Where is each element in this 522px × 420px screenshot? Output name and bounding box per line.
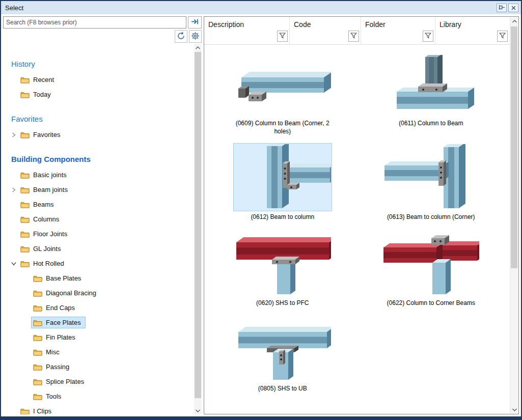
tree-item-body[interactable]: Splice Plates (31, 376, 89, 387)
tree-item-body[interactable]: I Clips (18, 405, 56, 414)
beam-to-column-thumbnail[interactable] (234, 144, 332, 211)
component-item-0612[interactable]: (0612) Beam to column (234, 144, 332, 221)
tree-item-passing[interactable]: Passing (22, 359, 194, 374)
scroll-up-button[interactable] (510, 17, 518, 25)
tree-item-today[interactable]: Today (9, 87, 194, 102)
column-header-folder[interactable]: Folder (361, 17, 435, 31)
beam-to-column-corner-thumbnail[interactable] (382, 144, 480, 211)
folder-icon (33, 349, 42, 356)
search-go-button[interactable] (188, 16, 202, 29)
results-scrollbar[interactable] (510, 17, 518, 413)
tree-item-body[interactable]: End Caps (31, 302, 79, 314)
tree-item-body[interactable]: Today (18, 89, 56, 100)
component-item-0611[interactable]: (0611) Column to Beam (382, 50, 480, 135)
tree-item-tools[interactable]: Tools (22, 389, 194, 404)
refresh-button[interactable] (175, 30, 187, 43)
component-item-0613[interactable]: (0613) Beam to column (Corner) (382, 144, 480, 221)
corner-beams-thumbnail[interactable] (382, 230, 480, 297)
tree-item-hot-rolled[interactable]: Hot Rolled (9, 256, 194, 271)
tree-item-body[interactable]: Fin Plates (31, 331, 80, 343)
tree-item-beam-joints[interactable]: Beam joints (9, 182, 194, 197)
tree-item-favorites[interactable]: Favorites (9, 127, 194, 142)
component-item-0609[interactable]: (0609) Column to Beam (Corner, 2 holes) (232, 50, 333, 135)
tree-item-body[interactable]: Recent (18, 74, 59, 86)
column-folder: Folder (361, 17, 435, 44)
tree-item-basic-joints[interactable]: Basic joints (9, 167, 194, 182)
column-header-code[interactable]: Code (290, 17, 361, 31)
tree-item-body[interactable]: Floor Joints (18, 228, 72, 240)
filter-button-description[interactable] (277, 31, 288, 42)
tree-item-gl-joints[interactable]: GL Joints (9, 241, 194, 256)
column-description: Description (204, 17, 290, 44)
filter-row-folder (361, 31, 435, 44)
tree-item-columns[interactable]: Columns (9, 212, 194, 227)
component-item-0620[interactable]: (0620) SHS to PFC (234, 230, 332, 307)
component-item-0622[interactable]: (0622) Column to Corner Beams (382, 230, 480, 307)
scroll-thumb[interactable] (195, 52, 201, 398)
close-button[interactable] (508, 4, 518, 12)
tree-item-splice-plates[interactable]: Splice Plates (22, 374, 194, 389)
chevron-right-icon[interactable] (9, 187, 18, 192)
column-to-beam-thumbnail[interactable] (382, 50, 480, 117)
tree-item-body[interactable]: Diagonal Bracing (31, 287, 101, 299)
chevron-right-icon[interactable] (9, 132, 18, 137)
folder-icon (20, 245, 30, 253)
tree-item-fin-plates[interactable]: Fin Plates (22, 330, 194, 345)
tree-item-label: I Clips (33, 407, 51, 414)
tree-item-end-caps[interactable]: End Caps (22, 300, 194, 315)
tree-item-floor-joints[interactable]: Floor Joints (9, 227, 194, 241)
tree-item-base-plates[interactable]: Base Plates (22, 271, 194, 286)
component-item-0805[interactable]: (0805) SHS to UB (234, 315, 332, 393)
tree-item-body[interactable]: Tools (31, 390, 66, 402)
scroll-thumb[interactable] (511, 26, 517, 268)
shs-to-pfc-thumbnail[interactable] (234, 230, 332, 297)
component-caption: (0620) SHS to PFC (256, 299, 309, 307)
scroll-up-button[interactable] (194, 44, 202, 51)
filter-button-library[interactable] (497, 31, 508, 42)
tree-item-label: Today (33, 91, 51, 98)
tree-item-body[interactable]: Columns (18, 213, 64, 225)
tree-item-label: Tools (46, 393, 61, 400)
tree-item-recent[interactable]: Recent (9, 72, 194, 87)
folder-icon (20, 260, 30, 267)
settings-button[interactable] (189, 30, 202, 43)
tree-item-body[interactable]: GL Joints (18, 243, 65, 255)
tree-item-body[interactable]: Beams (18, 199, 58, 210)
tree-item-body[interactable]: Beam joints (18, 184, 72, 195)
selected-tree-item[interactable]: Face Plates (31, 317, 86, 328)
search-input[interactable] (3, 16, 186, 29)
tree-item-i-clips[interactable]: I Clips (9, 404, 194, 414)
tree-item-label: Hot Rolled (33, 260, 64, 267)
scroll-down-button[interactable] (194, 407, 202, 414)
filter-button-code[interactable] (348, 31, 359, 42)
tree-item-body[interactable]: Hot Rolled (18, 258, 69, 269)
tree-item-label: Face Plates (46, 319, 81, 326)
tree-item-misc[interactable]: Misc (22, 345, 194, 359)
chevron-down-icon[interactable] (9, 262, 18, 266)
tree-item-body[interactable]: Passing (31, 361, 74, 373)
tree-item-label: End Caps (46, 304, 75, 312)
tree-item-diagonal-bracing[interactable]: Diagonal Bracing (22, 286, 194, 300)
shs-to-ub-thumbnail[interactable] (234, 315, 332, 382)
tree-item-face-plates[interactable]: Face Plates (22, 315, 194, 330)
folder-icon (20, 172, 30, 179)
folder-icon (20, 91, 30, 98)
tree-item-body[interactable]: Favorites (18, 129, 65, 141)
tree-scrollbar[interactable] (194, 44, 202, 414)
pin-icon (499, 4, 505, 12)
tree-item-beams[interactable]: Beams (9, 197, 194, 212)
tree-item-label: GL Joints (33, 245, 61, 253)
tree-item-body[interactable]: Base Plates (31, 272, 86, 284)
column-header-description[interactable]: Description (204, 17, 289, 31)
filter-button-folder[interactable] (423, 31, 433, 42)
column-code: Code (290, 17, 361, 44)
tree-item-label: Favorites (33, 131, 60, 138)
column-header-library[interactable]: Library (435, 17, 509, 31)
tree-item-body[interactable]: Misc (31, 346, 64, 358)
corner-2holes-thumbnail[interactable] (234, 50, 332, 117)
refresh-icon (177, 32, 185, 42)
tree-item-body[interactable]: Basic joints (18, 169, 71, 181)
scroll-down-button[interactable] (510, 406, 518, 413)
pin-button[interactable] (497, 4, 507, 12)
folder-icon (20, 186, 30, 193)
